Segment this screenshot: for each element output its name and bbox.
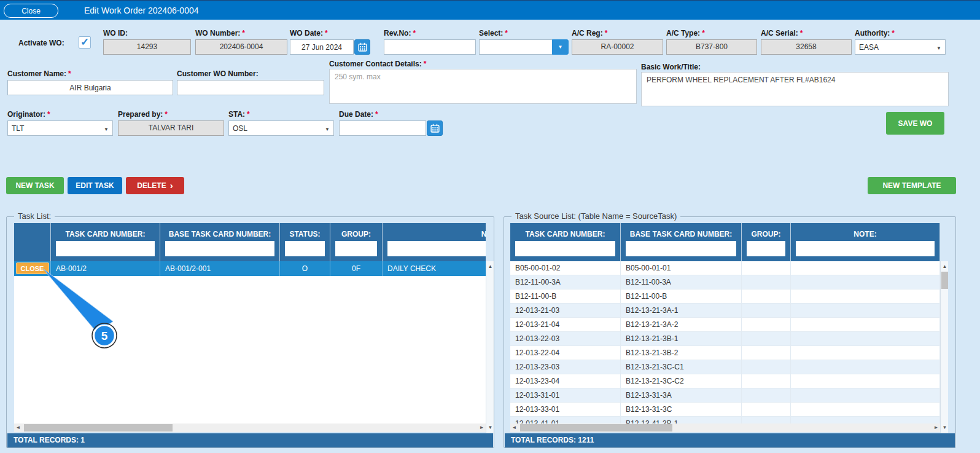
task-list-horizontal-scrollbar[interactable] (14, 423, 486, 432)
calendar-icon (430, 124, 440, 133)
originator-select[interactable]: TLT (7, 120, 113, 136)
scroll-down-icon[interactable] (486, 423, 494, 431)
task-source-list-row[interactable]: 12-013-41-01 B12-13-41-3B-1 (510, 417, 940, 423)
ac-type-input: B737-800 (666, 39, 757, 55)
task-list-panel: Task List: TASK CARD NUMBER: BASE TASK C… (6, 216, 494, 448)
task-source-list-legend: Task Source List: (Table Name = SourceTa… (511, 211, 680, 221)
task-source-list-row[interactable]: 12-013-23-03 B12-13-21-3C-C1 (510, 360, 940, 374)
scroll-up-icon[interactable] (486, 262, 494, 270)
task-list-row[interactable]: CLOSE AB-001/2 AB-001/2-001 O 0F DAILY C… (14, 261, 486, 276)
edit-work-order-page: Close Edit Work Order 202406-0004 Activa… (0, 0, 980, 453)
due-date-calendar-button[interactable] (427, 120, 443, 136)
task-source-list-row[interactable]: 12-013-33-01 B12-13-31-3C (510, 403, 940, 417)
titlebar: Close Edit Work Order 202406-0004 (0, 0, 980, 20)
authority-label: Authority:* (855, 29, 895, 37)
task-source-list-footer: TOTAL RECORDS: 1211 (505, 433, 955, 447)
activate-wo-label: Activate WO: (18, 39, 64, 47)
sta-label: STA:* (228, 110, 250, 119)
task-source-list-row[interactable]: 12-013-22-04 B12-13-21-3B-2 (510, 346, 940, 360)
task-source-list-row[interactable]: B12-11-00-3A B12-11-00-3A (510, 275, 940, 290)
originator-label: Originator:* (7, 110, 50, 119)
delete-button[interactable]: DELETE (126, 177, 184, 194)
filter-task-card-number[interactable] (56, 241, 155, 256)
close-button[interactable]: Close (4, 4, 58, 18)
wo-id-label: WO ID: (103, 29, 128, 37)
basic-work-title-textarea[interactable]: PERFORM WHEEL REPLACEMENT AFTER FL#AB162… (641, 72, 949, 106)
scroll-right-icon[interactable] (932, 423, 940, 431)
task-list-vertical-scrollbar[interactable] (486, 261, 494, 433)
task-list-footer: TOTAL RECORDS: 1 (7, 433, 493, 447)
task-source-list-panel: Task Source List: (Table Name = SourceTa… (504, 216, 956, 448)
task-source-list-row[interactable]: 12-013-22-03 B12-13-21-3B-1 (510, 332, 940, 346)
task-source-list-body: B05-00-01-02 B05-00-01-01 B12-11-00-3A B… (510, 261, 940, 423)
source-filter-note[interactable] (796, 241, 935, 256)
authority-select[interactable]: EASA (855, 39, 946, 55)
save-wo-button[interactable]: SAVE WO (886, 112, 944, 135)
scroll-down-icon[interactable] (941, 423, 949, 431)
new-template-button[interactable]: NEW TEMPLATE (868, 177, 956, 194)
scroll-up-icon[interactable] (941, 262, 949, 270)
action-column-header (14, 223, 51, 240)
ac-serial-label: A/C Serial:* (761, 29, 803, 37)
select-combobox-input[interactable] (479, 39, 553, 55)
scroll-left-icon[interactable] (510, 423, 518, 431)
task-source-list-row[interactable]: 12-013-21-03 B12-13-21-3A-1 (510, 304, 940, 318)
ac-reg-label: A/C Reg:* (572, 29, 607, 37)
source-filter-task-card-number[interactable] (515, 241, 615, 256)
wo-date-input[interactable] (290, 39, 354, 55)
task-source-list-row[interactable]: 12-013-31-01 B12-13-31-3A (510, 388, 940, 403)
customer-contact-label: Customer Contact Details:* (329, 60, 426, 68)
task-source-list-row[interactable]: B12-11-00-B B12-11-00-B (510, 290, 940, 304)
prepared-by-input: TALVAR TARI (118, 120, 224, 136)
filter-group[interactable] (335, 241, 377, 256)
ac-type-label: A/C Type:* (666, 29, 705, 37)
rev-no-input[interactable] (384, 39, 476, 55)
edit-task-button[interactable]: EDIT TASK (68, 177, 122, 194)
select-label: Select:* (479, 29, 508, 37)
chevron-down-icon (104, 124, 109, 133)
basic-work-title-label: Basic Work/Title: (641, 63, 701, 71)
due-date-label: Due Date:* (339, 110, 378, 119)
wo-date-label: WO Date:* (290, 29, 328, 37)
task-source-list-horizontal-scrollbar[interactable] (510, 423, 940, 432)
scrollbar-thumb[interactable] (24, 424, 173, 431)
customer-contact-textarea[interactable] (329, 69, 637, 104)
wo-id-input: 14293 (103, 39, 191, 55)
scrollbar-thumb[interactable] (520, 424, 672, 431)
wo-number-input: 202406-0004 (195, 39, 287, 55)
sta-select[interactable]: OSL (228, 120, 334, 136)
calendar-icon (358, 42, 367, 52)
task-source-list-header: TASK CARD NUMBER: BASE TASK CARD NUMBER:… (510, 223, 940, 261)
task-source-list-vertical-scrollbar[interactable] (940, 261, 948, 433)
source-filter-group[interactable] (747, 241, 785, 256)
rev-no-label: Rev.No:* (384, 29, 416, 37)
wo-date-calendar-button[interactable] (354, 39, 370, 55)
customer-name-input[interactable] (7, 80, 173, 95)
chevron-down-icon (936, 43, 941, 52)
chevron-down-icon (325, 124, 330, 133)
filter-status[interactable] (285, 241, 325, 256)
task-source-list-row[interactable]: 12-013-23-04 B12-13-21-3C-C2 (510, 374, 940, 388)
filter-base-task-card-number[interactable] (165, 241, 274, 256)
source-filter-base-task-card-number[interactable] (626, 241, 736, 256)
new-task-button[interactable]: NEW TASK (6, 177, 64, 194)
activate-wo-checkbox[interactable] (79, 36, 91, 49)
page-title: Edit Work Order 202406-0004 (84, 1, 199, 20)
customer-name-label: Customer Name:* (7, 69, 71, 78)
task-source-list-row[interactable]: 12-013-21-04 B12-13-21-3A-2 (510, 318, 940, 332)
scroll-left-icon[interactable] (14, 423, 22, 431)
filter-note[interactable] (387, 241, 486, 256)
select-dropdown-button[interactable] (552, 39, 569, 55)
wo-number-label: WO Number:* (195, 29, 245, 37)
customer-wo-number-input[interactable] (177, 80, 324, 95)
task-source-list-row[interactable]: B05-00-01-02 B05-00-01-01 (510, 261, 940, 275)
due-date-input[interactable] (339, 120, 426, 136)
prepared-by-label: Prepared by:* (118, 110, 168, 119)
task-close-button[interactable]: CLOSE (16, 262, 49, 274)
customer-wo-number-label: Customer WO Number: (177, 69, 259, 78)
task-list-legend: Task List: (14, 211, 55, 221)
scroll-right-icon[interactable] (478, 423, 486, 431)
ac-serial-input: 32658 (761, 39, 852, 55)
ac-reg-input: RA-00002 (572, 39, 663, 55)
scrollbar-thumb[interactable] (941, 272, 948, 289)
